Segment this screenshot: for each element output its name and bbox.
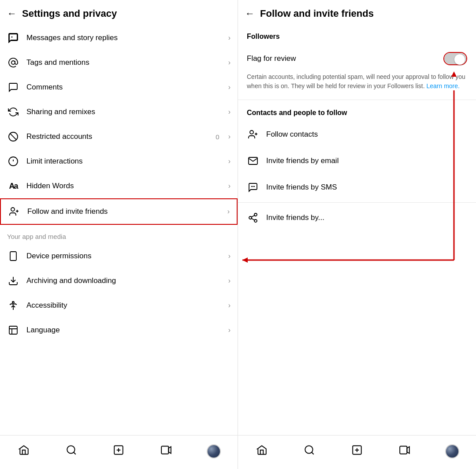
menu-item-language[interactable]: Language ›: [0, 318, 238, 342]
svg-rect-10: [10, 252, 16, 261]
menu-item-comments[interactable]: Comments ›: [0, 75, 238, 100]
home-icon: [18, 444, 30, 458]
menu-text-hidden: Hidden Words: [26, 182, 221, 190]
svg-line-34: [312, 452, 314, 454]
right-nav-home[interactable]: [252, 442, 271, 461]
right-item-invite-email[interactable]: Invite friends by email: [238, 148, 476, 174]
right-panel-title: Follow and invite friends: [260, 8, 374, 19]
plus-icon: [113, 444, 124, 458]
svg-rect-38: [400, 446, 407, 454]
menu-item-messages[interactable]: Messages and story replies ›: [0, 26, 238, 50]
menu-item-limit[interactable]: Limit interactions ›: [0, 149, 238, 174]
flag-review-description: Certain accounts, including potential sp…: [238, 72, 476, 98]
left-back-button[interactable]: ←: [7, 8, 17, 19]
refresh-icon: [7, 106, 19, 118]
right-item-follow-contacts[interactable]: Follow contacts: [238, 121, 476, 148]
chevron-messages: ›: [228, 34, 231, 42]
svg-point-7: [11, 208, 15, 211]
svg-point-30: [254, 220, 257, 222]
chevron-accessibility: ›: [228, 302, 231, 309]
flag-review-label: Flag for review: [247, 54, 296, 63]
svg-point-1: [11, 61, 15, 64]
menu-text-language: Language: [26, 326, 221, 335]
menu-text-follow: Follow and invite friends: [27, 207, 220, 216]
chevron-comments: ›: [228, 83, 231, 91]
left-nav-profile[interactable]: [204, 442, 223, 461]
chevron-language: ›: [228, 326, 231, 334]
download-icon: [7, 275, 19, 287]
svg-line-31: [252, 219, 255, 220]
left-bottom-nav: [0, 435, 238, 469]
flag-review-toggle[interactable]: [443, 52, 467, 65]
add-person-icon: [8, 205, 20, 218]
left-nav-plus[interactable]: [109, 442, 128, 461]
chevron-follow: ›: [227, 208, 230, 216]
menu-item-restricted[interactable]: Restricted accounts 0 ›: [0, 124, 238, 149]
menu-text-comments: Comments: [26, 83, 221, 92]
right-item-invite-sms[interactable]: Invite friends by SMS: [238, 174, 476, 201]
learn-more-link[interactable]: Learn more.: [426, 82, 459, 89]
menu-item-sharing[interactable]: Sharing and remixes ›: [0, 100, 238, 124]
menu-item-follow[interactable]: Follow and invite friends ›: [0, 198, 238, 225]
smartphone-icon: [7, 250, 19, 262]
right-home-icon: [256, 444, 268, 458]
menu-text-archiving: Archiving and downloading: [26, 276, 221, 285]
right-nav-plus[interactable]: [347, 442, 367, 461]
svg-point-0: [12, 37, 12, 37]
restricted-icon: [7, 130, 19, 143]
comment-icon: [7, 81, 19, 93]
svg-point-33: [305, 446, 312, 453]
svg-line-32: [252, 216, 255, 217]
invite-other-label: Invite friends by...: [266, 213, 324, 222]
envelope-icon: [247, 155, 259, 167]
search-icon: [66, 444, 77, 458]
flag-review-row[interactable]: Flag for review: [238, 45, 476, 72]
right-back-button[interactable]: ←: [245, 8, 255, 19]
right-search-icon: [304, 444, 315, 458]
menu-item-accessibility[interactable]: Accessibility ›: [0, 293, 238, 318]
restricted-badge: 0: [216, 133, 219, 141]
left-nav-video[interactable]: [156, 442, 176, 461]
language-icon: [7, 324, 19, 336]
right-video-icon: [399, 444, 410, 458]
left-panel-title: Settings and privacy: [22, 8, 117, 19]
svg-rect-21: [161, 446, 168, 454]
left-nav-search[interactable]: [62, 442, 81, 461]
right-nav-profile[interactable]: [443, 442, 462, 461]
divider-2: [238, 202, 476, 203]
right-plus-icon: [351, 444, 363, 458]
menu-item-device[interactable]: Device permissions ›: [0, 244, 238, 268]
chevron-restricted: ›: [228, 133, 231, 141]
avatar: [207, 444, 221, 458]
info-circle-icon: [7, 155, 19, 168]
menu-item-hidden[interactable]: Aa Hidden Words ›: [0, 174, 238, 198]
menu-text-messages: Messages and story replies: [26, 34, 221, 42]
right-item-invite-other[interactable]: Invite friends by...: [238, 205, 476, 231]
divider-1: [238, 100, 476, 100]
sms-icon: [247, 181, 259, 194]
menu-item-tags[interactable]: Tags and mentions ›: [0, 50, 238, 75]
message-circle-icon: [7, 32, 19, 44]
chevron-limit: ›: [228, 157, 231, 165]
share-icon: [247, 212, 259, 224]
right-nav-video[interactable]: [395, 442, 414, 461]
right-bottom-nav: [238, 435, 476, 469]
svg-point-22: [250, 130, 253, 134]
contacts-section-header: Contacts and people to follow: [238, 102, 476, 121]
chevron-sharing: ›: [228, 108, 231, 116]
right-avatar: [445, 444, 459, 458]
accessibility-icon: [7, 299, 19, 312]
right-panel: ← Follow and invite friends Followers Fl…: [238, 0, 476, 469]
left-nav-home[interactable]: [14, 442, 33, 461]
follow-contacts-label: Follow contacts: [266, 130, 318, 139]
menu-text-tags: Tags and mentions: [26, 58, 221, 67]
chevron-archiving: ›: [228, 277, 231, 285]
right-content: Followers Flag for review Certain accoun…: [238, 26, 476, 435]
menu-text-sharing: Sharing and remixes: [26, 108, 221, 116]
menu-text-accessibility: Accessibility: [26, 301, 221, 310]
right-nav-search[interactable]: [300, 442, 319, 461]
svg-line-3: [10, 134, 16, 140]
followers-section-header: Followers: [238, 26, 476, 45]
invite-sms-label: Invite friends by SMS: [266, 183, 337, 192]
menu-item-archiving[interactable]: Archiving and downloading ›: [0, 268, 238, 293]
